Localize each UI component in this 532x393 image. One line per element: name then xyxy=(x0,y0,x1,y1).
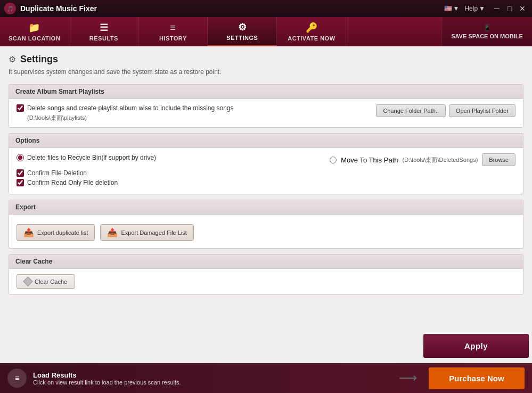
confirm-deletion-checkbox[interactable] xyxy=(17,169,24,177)
load-results-icon: ≡ xyxy=(7,369,27,388)
delete-recycle-row: Delete files to Recycle Bin(if support b… xyxy=(17,154,156,161)
export-header: Export xyxy=(9,200,523,215)
app-title: Duplicate Music Fixer xyxy=(20,4,97,13)
clear-cache-label: Clear Cache xyxy=(35,279,67,285)
lang-arrow: ▼ xyxy=(453,5,460,12)
tab-history-label: HISTORY xyxy=(159,35,187,42)
create-playlist-checkbox[interactable] xyxy=(17,104,24,112)
export-damaged-list-button[interactable]: 📤 Export Damaged File List xyxy=(100,224,194,241)
clear-cache-header: Clear Cache xyxy=(9,255,523,269)
export-buttons: 📤 Export duplicate list 📤 Export Damaged… xyxy=(17,220,515,243)
export-section: Export 📤 Export duplicate list 📤 Export … xyxy=(9,200,523,249)
footer-arrow-icon: ⟶ xyxy=(399,371,417,386)
results-icon: ☰ xyxy=(100,22,109,34)
footer-subtitle: Click on view result link to load the pr… xyxy=(33,379,392,386)
tab-activate-label: ACTIVATE NOW xyxy=(288,35,335,42)
export-damaged-label: Export Damaged File List xyxy=(121,230,187,236)
folder-action-buttons: Change Folder Path.. Open Playlist Folde… xyxy=(376,104,515,117)
tab-settings-label: SETTINGS xyxy=(226,35,258,41)
title-bar-right: 🇺🇸 ▼ Help ▼ ─ □ ✕ xyxy=(444,3,528,14)
album-playlists-header: Create Album Smart Playlists xyxy=(9,85,523,99)
footer-title: Load Results xyxy=(33,371,392,379)
tab-activate[interactable]: 🔑 ACTIVATE NOW xyxy=(277,17,346,46)
options-section: Options Delete files to Recycle Bin(if s… xyxy=(9,133,523,194)
settings-icon: ⚙ xyxy=(238,21,247,33)
activate-icon: 🔑 xyxy=(306,22,318,34)
minimize-button[interactable]: ─ xyxy=(492,3,502,14)
album-playlists-body: Delete songs and create playlist album w… xyxy=(9,99,523,127)
page-settings-icon: ⚙ xyxy=(9,54,16,64)
app-wrapper: 🎵 Duplicate Music Fixer 🇺🇸 ▼ Help ▼ ─ □ … xyxy=(0,0,532,393)
browse-button[interactable]: Browse xyxy=(482,153,515,166)
scan-location-icon: 📁 xyxy=(28,22,40,34)
close-button[interactable]: ✕ xyxy=(517,3,528,14)
move-path-value: (D:\tools\桌面\DeletedSongs) xyxy=(402,156,478,164)
clear-cache-body: Clear Cache xyxy=(9,269,523,294)
footer-text-area: Load Results Click on view result link t… xyxy=(33,371,392,386)
export-duplicate-label: Export duplicate list xyxy=(37,230,88,236)
export-body: 📤 Export duplicate list 📤 Export Damaged… xyxy=(9,215,523,248)
language-selector[interactable]: 🇺🇸 ▼ xyxy=(444,5,460,12)
purchase-now-button[interactable]: Purchase Now xyxy=(429,367,525,389)
tab-settings[interactable]: ⚙ SETTINGS xyxy=(208,17,277,46)
history-icon: ≡ xyxy=(170,22,176,34)
title-bar-left: 🎵 Duplicate Music Fixer xyxy=(4,3,97,14)
nav-tabs: 📁 SCAN LOCATION ☰ RESULTS ≡ HISTORY ⚙ SE… xyxy=(0,17,532,46)
album-playlists-section: Create Album Smart Playlists Delete song… xyxy=(9,84,523,128)
diamond-icon xyxy=(23,276,32,286)
options-header: Options xyxy=(9,134,523,148)
flag-icon: 🇺🇸 xyxy=(444,5,452,12)
create-playlist-checkbox-row: Delete songs and create playlist album w… xyxy=(17,104,234,112)
open-playlist-folder-button[interactable]: Open Playlist Folder xyxy=(449,104,515,117)
export-damaged-icon: 📤 xyxy=(107,227,118,238)
change-folder-path-button[interactable]: Change Folder Path.. xyxy=(376,104,446,117)
help-label: Help xyxy=(464,5,478,12)
page-header: ⚙ Settings xyxy=(9,54,523,65)
album-playlists-left: Delete songs and create playlist album w… xyxy=(17,104,234,122)
export-duplicate-icon: 📤 xyxy=(23,227,34,238)
confirm-readonly-checkbox[interactable] xyxy=(17,179,24,186)
page-title: Settings xyxy=(20,54,58,65)
mobile-icon: 📱 xyxy=(484,24,491,31)
clear-cache-section: Clear Cache Clear Cache xyxy=(9,254,523,294)
help-arrow: ▼ xyxy=(479,5,485,12)
export-duplicate-list-button[interactable]: 📤 Export duplicate list xyxy=(17,224,95,241)
confirm-readonly-label: Confirm Read Only File deletion xyxy=(27,179,118,186)
options-body: Delete files to Recycle Bin(if support b… xyxy=(9,148,523,194)
mobile-tab-label: SAVE SPACE ON MOBILE xyxy=(451,33,523,39)
confirm-deletion-label: Confirm File Deletion xyxy=(27,169,87,177)
tab-scan-location-label: SCAN LOCATION xyxy=(9,35,60,42)
help-menu[interactable]: Help ▼ xyxy=(464,5,485,12)
page-subtitle: It supervises system changes and save th… xyxy=(9,68,523,76)
title-bar: 🎵 Duplicate Music Fixer 🇺🇸 ▼ Help ▼ ─ □ … xyxy=(0,0,532,17)
restore-button[interactable]: □ xyxy=(504,3,515,14)
window-controls: ─ □ ✕ xyxy=(492,3,528,14)
folder-path-text: (D:\tools\桌面\playlists) xyxy=(27,114,234,122)
lang-help-area: 🇺🇸 ▼ Help ▼ xyxy=(444,5,485,12)
app-icon: 🎵 xyxy=(4,3,16,14)
move-to-path-radio[interactable] xyxy=(330,157,337,163)
tab-scan-location[interactable]: 📁 SCAN LOCATION xyxy=(0,17,69,46)
confirm-readonly-row: Confirm Read Only File deletion xyxy=(17,179,515,186)
clear-cache-button[interactable]: Clear Cache xyxy=(17,274,75,289)
delete-recycle-radio[interactable] xyxy=(17,154,24,161)
delete-recycle-label: Delete files to Recycle Bin(if support b… xyxy=(27,154,156,161)
move-to-path-area: Move To This Path (D:\tools\桌面\DeletedSo… xyxy=(330,153,515,166)
tab-save-space-mobile[interactable]: 📱 SAVE SPACE ON MOBILE xyxy=(441,17,532,46)
apply-bar: Apply xyxy=(420,329,532,363)
move-to-path-label: Move To This Path xyxy=(341,156,398,164)
footer-bar: ≡ Load Results Click on view result link… xyxy=(0,363,532,393)
create-playlist-label: Delete songs and create playlist album w… xyxy=(27,104,234,112)
confirm-deletion-row: Confirm File Deletion xyxy=(17,169,515,177)
tab-results[interactable]: ☰ RESULTS xyxy=(69,17,138,46)
tab-results-label: RESULTS xyxy=(89,35,118,42)
tab-history[interactable]: ≡ HISTORY xyxy=(138,17,208,46)
apply-button[interactable]: Apply xyxy=(423,334,529,358)
